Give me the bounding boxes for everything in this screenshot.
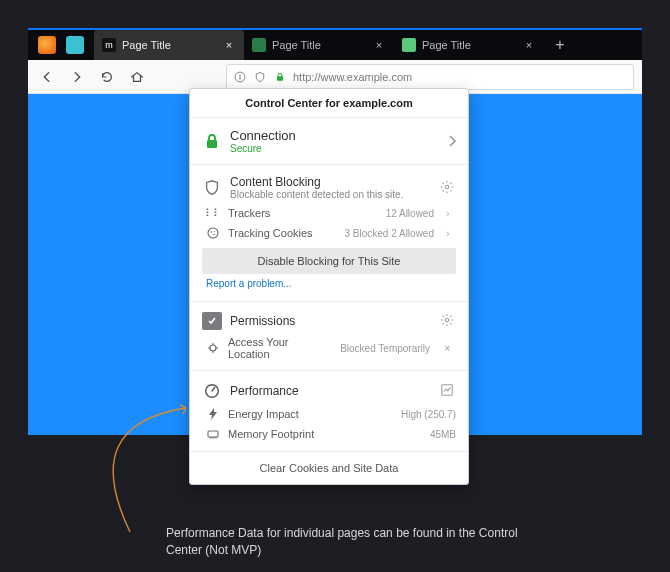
svg-rect-1 — [277, 76, 283, 81]
control-center-panel: Control Center for example.com Connectio… — [189, 88, 469, 485]
lock-icon — [273, 70, 287, 84]
pinned-icons — [28, 30, 94, 60]
back-button[interactable] — [36, 66, 58, 88]
shield-icon[interactable] — [253, 70, 267, 84]
url-text: http://www.example.com — [293, 71, 412, 83]
svg-point-5 — [211, 231, 213, 233]
reload-button[interactable] — [96, 66, 118, 88]
permissions-title: Permissions — [230, 314, 432, 328]
cookies-row[interactable]: Tracking Cookies 3 Blocked 2 Allowed › — [202, 226, 456, 240]
chevron-right-icon: › — [446, 207, 456, 219]
gear-icon[interactable] — [440, 180, 456, 196]
memory-label: Memory Footprint — [228, 428, 422, 440]
chevron-right-icon: › — [446, 227, 456, 239]
trackers-icon: ⠇⠇ — [206, 206, 220, 220]
cookies-status: 3 Blocked 2 Allowed — [344, 228, 434, 239]
energy-icon — [206, 407, 220, 421]
tab-title: Page Title — [272, 39, 366, 51]
gear-icon[interactable] — [440, 313, 456, 329]
chevron-right-icon — [448, 135, 456, 147]
chart-icon[interactable] — [440, 383, 456, 399]
memory-row: Memory Footprint 45MB — [202, 427, 456, 441]
energy-label: Energy Impact — [228, 408, 393, 420]
cookie-icon — [206, 226, 220, 240]
firefox-icon[interactable] — [38, 36, 56, 54]
trackers-label: Trackers — [228, 207, 378, 219]
tab-close-button[interactable]: × — [222, 38, 236, 52]
favicon-icon: m — [102, 38, 116, 52]
identity-icon[interactable] — [233, 70, 247, 84]
content-blocking-section: Content Blocking Blockable content detec… — [190, 164, 468, 301]
svg-rect-2 — [207, 140, 217, 148]
content-blocking-subtitle: Blockable content detected on this site. — [230, 189, 432, 200]
location-status: Blocked Temporarily — [340, 343, 430, 354]
clear-data-button[interactable]: Clear Cookies and Site Data — [190, 451, 468, 484]
memory-icon — [206, 427, 220, 441]
svg-point-8 — [445, 318, 449, 322]
trackers-row[interactable]: ⠇⠇ Trackers 12 Allowed › — [202, 206, 456, 220]
tab-title: Page Title — [422, 39, 516, 51]
pocket-icon[interactable] — [66, 36, 84, 54]
tab-bar: m Page Title × Page Title × Page Title ×… — [28, 28, 642, 60]
svg-point-6 — [213, 234, 215, 236]
content-blocking-title: Content Blocking — [230, 175, 432, 189]
connection-title: Connection — [230, 128, 440, 143]
energy-row: Energy Impact High (250.7) — [202, 407, 456, 421]
trackers-status: 12 Allowed — [386, 208, 434, 219]
new-tab-button[interactable]: + — [544, 30, 576, 60]
favicon-icon — [402, 38, 416, 52]
cookies-label: Tracking Cookies — [228, 227, 336, 239]
clear-permission-button[interactable]: × — [444, 342, 456, 354]
location-permission-row: Access Your Location Blocked Temporarily… — [202, 336, 456, 360]
svg-rect-12 — [208, 431, 218, 437]
energy-value: High (250.7) — [401, 409, 456, 420]
report-problem-link[interactable]: Report a problem... — [206, 278, 456, 289]
tab-close-button[interactable]: × — [522, 38, 536, 52]
tab-close-button[interactable]: × — [372, 38, 386, 52]
performance-icon — [202, 381, 222, 401]
home-button[interactable] — [126, 66, 148, 88]
location-label: Access Your Location — [228, 336, 332, 360]
panel-header: Control Center for example.com — [190, 89, 468, 117]
svg-point-3 — [445, 185, 449, 189]
svg-point-7 — [214, 231, 215, 232]
memory-value: 45MB — [430, 429, 456, 440]
disable-blocking-button[interactable]: Disable Blocking for This Site — [202, 248, 456, 274]
performance-title: Performance — [230, 384, 432, 398]
connection-section[interactable]: Connection Secure — [190, 117, 468, 164]
forward-button[interactable] — [66, 66, 88, 88]
annotation-text: Performance Data for individual pages ca… — [166, 525, 526, 559]
location-icon — [206, 341, 220, 355]
address-bar[interactable]: http://www.example.com — [226, 64, 634, 90]
svg-point-9 — [210, 345, 216, 351]
tab[interactable]: Page Title × — [244, 30, 394, 60]
lock-icon — [202, 131, 222, 151]
tab-active[interactable]: m Page Title × — [94, 30, 244, 60]
performance-section: Performance Energy Impact High (250.7) M… — [190, 370, 468, 451]
svg-point-4 — [208, 228, 218, 238]
shield-icon — [202, 178, 222, 198]
favicon-icon — [252, 38, 266, 52]
permissions-section: Permissions Access Your Location Blocked… — [190, 301, 468, 370]
tab[interactable]: Page Title × — [394, 30, 544, 60]
permissions-icon — [202, 312, 222, 330]
tab-title: Page Title — [122, 39, 216, 51]
connection-status: Secure — [230, 143, 440, 154]
